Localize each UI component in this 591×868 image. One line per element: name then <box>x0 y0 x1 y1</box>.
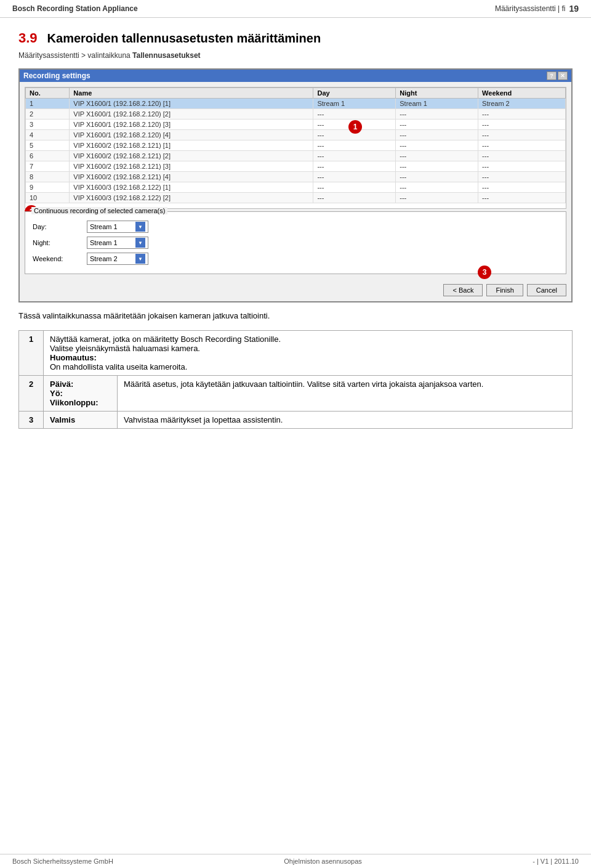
day-setting-row: Day: Stream 1 ▼ <box>33 221 558 233</box>
cell-9-3: --- <box>396 193 478 203</box>
page-footer: Bosch Sicherheitssysteme GmbH Ohjelmisto… <box>0 854 591 868</box>
cell-6-2: --- <box>313 161 396 172</box>
finish-button[interactable]: Finish <box>486 284 523 296</box>
dialog-titlebar: Recording settings ? ✕ <box>20 70 571 82</box>
dialog-body: 1 No. Name Day Night Weekend 1VIP X16 <box>20 82 571 279</box>
cell-7-2: --- <box>313 172 396 182</box>
titlebar-buttons: ? ✕ <box>547 71 568 80</box>
cancel-button[interactable]: Cancel <box>527 284 566 296</box>
section-heading: 3.9 Kameroiden tallennusasetusten määrit… <box>18 30 573 46</box>
weekend-dropdown-arrow: ▼ <box>135 254 145 264</box>
cell-2-4: --- <box>478 120 566 130</box>
cell-9-0: 10 <box>26 193 70 203</box>
table-row[interactable]: 5VIP X1600/2 (192.168.2.121) [1]--------… <box>26 140 566 151</box>
info-num-1: 1 <box>19 331 44 376</box>
night-dropdown[interactable]: Stream 1 ▼ <box>87 237 148 249</box>
dialog-footer: 3 < Back Finish Cancel <box>20 279 571 301</box>
table-row[interactable]: 4VIP X1600/1 (192.168.2.120) [4]--------… <box>26 130 566 140</box>
info-table: 1 Näyttää kamerat, jotka on määritetty B… <box>18 330 573 429</box>
cell-8-1: VIP X1600/3 (192.168.2.122) [1] <box>70 182 313 193</box>
cell-9-4: --- <box>478 193 566 203</box>
info-line-1c: On mahdollista valita useita kameroita. <box>50 362 187 371</box>
table-row[interactable]: 7VIP X1600/2 (192.168.2.121) [3]--------… <box>26 161 566 172</box>
camera-table: No. Name Day Night Weekend 1VIP X1600/1 … <box>25 87 566 203</box>
night-label: Night: <box>33 239 82 246</box>
cell-3-3: --- <box>396 130 478 140</box>
annotation-3: 3 <box>478 266 491 279</box>
cell-0-2: Stream 1 <box>313 99 396 109</box>
dialog-title: Recording settings <box>23 71 90 80</box>
cell-7-4: --- <box>478 172 566 182</box>
col-header-weekend: Weekend <box>478 88 566 99</box>
header-left: Bosch Recording Station Appliance <box>12 4 138 13</box>
weekend-dropdown[interactable]: Stream 2 ▼ <box>87 253 148 265</box>
cell-6-0: 7 <box>26 161 70 172</box>
cell-0-1: VIP X1600/1 (192.168.2.120) [1] <box>70 99 313 109</box>
cell-2-3: --- <box>396 120 478 130</box>
info-text-2: Määritä asetus, jota käytetään jatkuvaan… <box>124 379 483 389</box>
camera-list-area: No. Name Day Night Weekend 1VIP X1600/1 … <box>25 87 566 209</box>
table-row[interactable]: 10VIP X1600/3 (192.168.2.122) [2]-------… <box>26 193 566 203</box>
dialog-window: Recording settings ? ✕ 1 No. Name Day Ni… <box>18 68 573 302</box>
cell-6-4: --- <box>478 161 566 172</box>
page-number: 19 <box>569 4 579 14</box>
table-row[interactable]: 6VIP X1600/2 (192.168.2.121) [2]--------… <box>26 151 566 161</box>
cell-5-3: --- <box>396 151 478 161</box>
cell-7-3: --- <box>396 172 478 182</box>
cell-4-4: --- <box>478 140 566 151</box>
cell-6-3: --- <box>396 161 478 172</box>
section-title: Kameroiden tallennusasetusten määrittämi… <box>47 31 321 46</box>
close-button[interactable]: ✕ <box>558 71 568 80</box>
cell-6-1: VIP X1600/2 (192.168.2.121) [3] <box>70 161 313 172</box>
cell-4-1: VIP X1600/2 (192.168.2.121) [1] <box>70 140 313 151</box>
info-line-1b: Valitse yleisnäkymästä haluamasi kamera. <box>50 344 200 353</box>
cell-1-4: --- <box>478 109 566 120</box>
footer-center: Ohjelmiston asennusopas <box>284 858 362 865</box>
cell-7-0: 8 <box>26 172 70 182</box>
info-num-2: 2 <box>19 376 44 412</box>
cell-4-0: 5 <box>26 140 70 151</box>
info-row-2: 2 Päivä: Yö: Viikonloppu: Määritä asetus… <box>19 376 573 412</box>
info-label-valmis: Valmis <box>50 415 75 424</box>
breadcrumb: Määritysassistentti > valintaikkuna Tall… <box>18 51 573 60</box>
cell-8-0: 9 <box>26 182 70 193</box>
info-label-2: Päivä: Yö: Viikonloppu: <box>44 376 118 412</box>
cell-0-0: 1 <box>26 99 70 109</box>
cell-0-4: Stream 2 <box>478 99 566 109</box>
cell-8-4: --- <box>478 182 566 193</box>
night-value: Stream 1 <box>90 239 118 246</box>
info-row-1: 1 Näyttää kamerat, jotka on määritetty B… <box>19 331 573 376</box>
info-label-2a: Päivä: <box>50 379 73 389</box>
cell-2-1: VIP X1600/1 (192.168.2.120) [3] <box>70 120 313 130</box>
page-header: Bosch Recording Station Appliance Määrit… <box>0 0 591 18</box>
footer-left: Bosch Sicherheitssysteme GmbH <box>12 858 113 865</box>
cell-7-1: VIP X1600/2 (192.168.2.121) [4] <box>70 172 313 182</box>
day-dropdown[interactable]: Stream 1 ▼ <box>87 221 148 233</box>
table-row[interactable]: 1VIP X1600/1 (192.168.2.120) [1]Stream 1… <box>26 99 566 109</box>
cell-5-0: 6 <box>26 151 70 161</box>
cell-8-2: --- <box>313 182 396 193</box>
table-row[interactable]: 8VIP X1600/2 (192.168.2.121) [4]--------… <box>26 172 566 182</box>
cell-3-0: 4 <box>26 130 70 140</box>
day-dropdown-arrow: ▼ <box>135 222 145 232</box>
col-header-name: Name <box>70 88 313 99</box>
settings-section: Continuous recording of selected camera(… <box>25 211 566 274</box>
help-button[interactable]: ? <box>547 71 557 80</box>
cell-5-2: --- <box>313 151 396 161</box>
cell-5-4: --- <box>478 151 566 161</box>
info-label-3: Valmis <box>44 412 118 429</box>
weekend-label: Weekend: <box>33 255 82 262</box>
table-row[interactable]: 3VIP X1600/1 (192.168.2.120) [3]--------… <box>26 120 566 130</box>
weekend-value: Stream 2 <box>90 255 118 262</box>
cell-2-0: 3 <box>26 120 70 130</box>
cell-4-3: --- <box>396 140 478 151</box>
info-label-2b: Yö: <box>50 389 63 398</box>
table-row[interactable]: 9VIP X1600/3 (192.168.2.122) [1]--------… <box>26 182 566 193</box>
cell-9-1: VIP X1600/3 (192.168.2.122) [2] <box>70 193 313 203</box>
cell-4-2: --- <box>313 140 396 151</box>
info-content-2: Määritä asetus, jota käytetään jatkuvaan… <box>118 376 573 412</box>
cell-1-2: --- <box>313 109 396 120</box>
back-button[interactable]: < Back <box>443 284 483 296</box>
description-text: Tässä valintaikkunassa määritetään jokai… <box>18 311 573 320</box>
table-row[interactable]: 2VIP X1600/1 (192.168.2.120) [2]--------… <box>26 109 566 120</box>
